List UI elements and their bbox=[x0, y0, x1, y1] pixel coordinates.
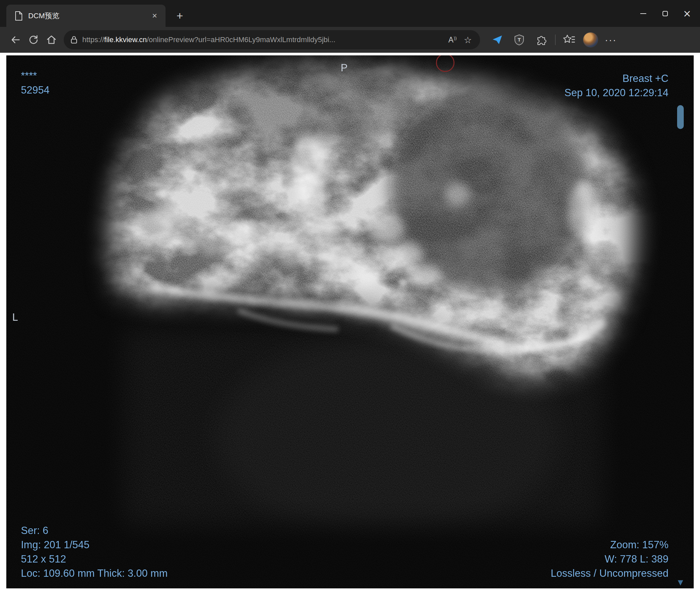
read-aloud-icon: A)) bbox=[448, 35, 456, 45]
slice-location: Loc: 109.60 mm Thick: 3.00 mm bbox=[21, 566, 168, 580]
patient-name-masked: **** bbox=[21, 69, 49, 83]
overlay-bottom-left: Ser: 6 Img: 201 1/545 512 x 512 Loc: 109… bbox=[21, 523, 168, 580]
orientation-marker-left: L bbox=[12, 310, 18, 325]
compression-info: Lossless / Uncompressed bbox=[551, 566, 669, 580]
study-datetime: Sep 10, 2020 12:29:14 bbox=[564, 85, 669, 100]
dicom-viewer-canvas[interactable]: **** 52954 Breast +C Sep 10, 2020 12:29:… bbox=[6, 55, 694, 588]
puzzle-icon bbox=[535, 34, 547, 46]
refresh-button[interactable] bbox=[25, 31, 43, 49]
close-icon: × bbox=[683, 9, 691, 19]
tab-dcm-preview[interactable]: DCM预览 × bbox=[6, 5, 166, 27]
image-number: Img: 201 1/545 bbox=[21, 538, 168, 552]
lock-icon bbox=[70, 35, 78, 44]
home-icon bbox=[46, 34, 57, 45]
settings-menu-button[interactable]: ··· bbox=[602, 31, 619, 48]
maximize-button[interactable] bbox=[654, 4, 676, 24]
dicom-mri-image bbox=[6, 55, 694, 588]
window-controls: × bbox=[632, 0, 698, 27]
extension-blue-button[interactable] bbox=[489, 31, 506, 48]
shield-t-icon: T bbox=[514, 34, 525, 46]
extension-shield-button[interactable]: T bbox=[510, 31, 528, 48]
orientation-marker-posterior: P bbox=[341, 61, 348, 75]
read-aloud-button[interactable]: A)) bbox=[445, 32, 460, 47]
browser-window: DCM预览 × + × https://file.kkview.cn/onlin… bbox=[0, 0, 700, 597]
overlay-bottom-right: Zoom: 157% W: 778 L: 389 Lossless / Unco… bbox=[551, 538, 669, 580]
address-bar[interactable]: https://file.kkview.cn/onlinePreview?url… bbox=[64, 30, 480, 49]
favorite-button[interactable]: ☆ bbox=[460, 32, 475, 47]
web-page: **** 52954 Breast +C Sep 10, 2020 12:29:… bbox=[0, 53, 700, 597]
back-icon bbox=[10, 34, 21, 45]
paper-plane-icon bbox=[492, 34, 503, 46]
tab-strip: DCM预览 × + × bbox=[0, 0, 700, 27]
zoom-level: Zoom: 157% bbox=[551, 538, 669, 552]
url-domain: file.kkview.cn bbox=[104, 35, 147, 44]
matrix-size: 512 x 512 bbox=[21, 552, 168, 566]
refresh-icon bbox=[28, 34, 39, 45]
url-text: https://file.kkview.cn/onlinePreview?url… bbox=[82, 35, 445, 44]
scrollbar-thumb[interactable] bbox=[677, 105, 684, 129]
tab-title: DCM预览 bbox=[28, 11, 148, 21]
window-level: W: 778 L: 389 bbox=[551, 552, 669, 566]
favorite-star-icon: ☆ bbox=[464, 35, 472, 45]
minimize-button[interactable] bbox=[632, 4, 654, 24]
scrollbar-down-arrow[interactable]: ▼ bbox=[676, 578, 684, 587]
navigation-toolbar: https://file.kkview.cn/onlinePreview?url… bbox=[0, 27, 700, 53]
minimize-icon bbox=[640, 13, 646, 14]
study-description: Breast +C bbox=[564, 71, 669, 85]
favorites-hub-icon bbox=[563, 34, 575, 46]
patient-id: 52954 bbox=[21, 83, 49, 97]
tab-close-button[interactable]: × bbox=[148, 9, 161, 22]
profile-avatar[interactable] bbox=[583, 32, 598, 47]
overlay-top-left: **** 52954 bbox=[21, 69, 49, 97]
overlay-top-right: Breast +C Sep 10, 2020 12:29:14 bbox=[564, 71, 669, 100]
url-path: /onlinePreview?url=aHR0cHM6Ly9maWxlLmtrd… bbox=[147, 35, 335, 44]
svg-text:T: T bbox=[518, 37, 521, 43]
extensions-button[interactable] bbox=[532, 31, 550, 48]
url-scheme: https:// bbox=[82, 35, 104, 44]
document-icon bbox=[14, 11, 23, 21]
favorites-hub-button[interactable] bbox=[560, 31, 578, 48]
close-button[interactable]: × bbox=[676, 4, 698, 24]
series-number: Ser: 6 bbox=[21, 523, 168, 538]
toolbar-separator bbox=[555, 34, 556, 45]
back-button[interactable] bbox=[7, 31, 25, 49]
home-button[interactable] bbox=[43, 31, 60, 49]
new-tab-button[interactable]: + bbox=[172, 8, 188, 23]
maximize-icon bbox=[662, 11, 668, 16]
